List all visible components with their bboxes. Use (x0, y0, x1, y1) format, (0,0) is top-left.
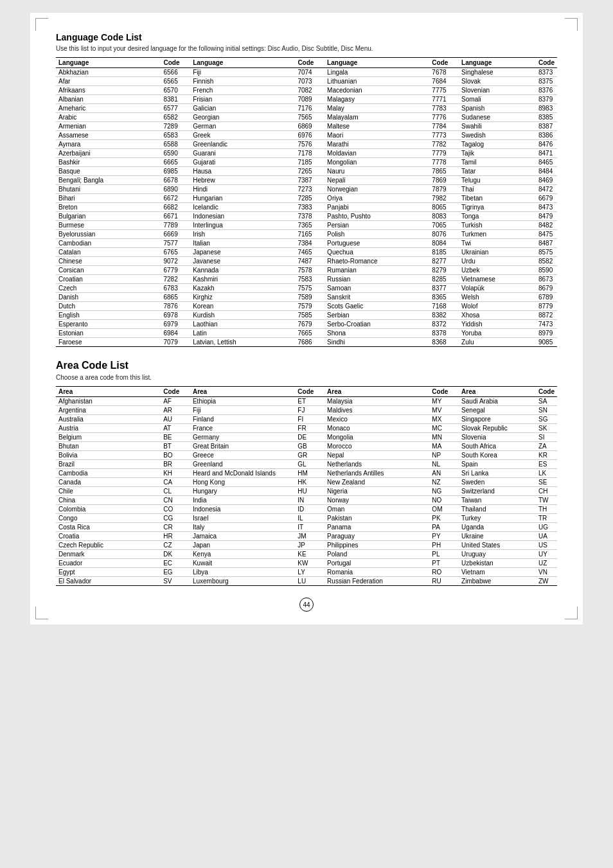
area-code: ET (295, 397, 324, 406)
table-row: BrazilBRGreenlandGLNetherlandsNLSpainES (56, 460, 557, 469)
area-code: EC (161, 559, 190, 568)
language-name: Spanish (459, 104, 536, 113)
table-row: Estonian6984Latin7665Shona8378Yoruba8979 (56, 329, 557, 338)
language-code: 8476 (536, 140, 557, 149)
language-name: Lingala (324, 68, 429, 77)
area-name: Sweden (459, 478, 536, 487)
language-code: 6682 (161, 203, 190, 212)
area-name: Australia (56, 415, 161, 424)
language-name: Slovenian (459, 86, 536, 95)
area-name: Austria (56, 424, 161, 433)
table-row: Cambodian7577Italian7384Portuguese8084Tw… (56, 239, 557, 248)
area-code: GR (295, 451, 324, 460)
language-name: Hausa (190, 167, 295, 176)
language-name: Malay (324, 104, 429, 113)
language-code: 7678 (429, 68, 459, 77)
language-name: Malagasy (324, 95, 429, 104)
language-name: Kurdish (190, 311, 295, 320)
language-code: 6979 (161, 320, 190, 329)
area-name: Hong Kong (190, 478, 295, 487)
language-code: 8484 (536, 167, 557, 176)
language-name: Greenlandic (190, 140, 295, 149)
language-name: Kirghiz (190, 293, 295, 302)
language-name: Albanian (56, 95, 161, 104)
table-row: Assamese6583Greek6976Maori7773Swedish838… (56, 131, 557, 140)
language-code: 7082 (295, 86, 324, 95)
table-row: Abkhazian6566Fiji7074Lingala7678Singhale… (56, 68, 557, 77)
area-code: NL (429, 460, 459, 469)
language-code: 6984 (161, 329, 190, 338)
area-name: Ethiopia (190, 397, 295, 406)
area-code: NG (429, 487, 459, 496)
area-code: LY (295, 568, 324, 577)
area-name: Costa Rica (56, 523, 161, 532)
table-row: AustriaATFranceFRMonacoMCSlovak Republic… (56, 424, 557, 433)
language-name: Georgian (190, 113, 295, 122)
language-code: 7577 (161, 239, 190, 248)
language-name: Cambodian (56, 239, 161, 248)
language-name: Esperanto (56, 320, 161, 329)
language-name: Byelorussian (56, 230, 161, 239)
language-code: 7982 (429, 194, 459, 203)
language-name: Rumanian (324, 266, 429, 275)
language-name: Twi (459, 239, 536, 248)
language-name: Afar (56, 77, 161, 86)
area-name: Jamaica (190, 532, 295, 541)
area-code: TW (536, 496, 557, 505)
language-code: 8983 (536, 104, 557, 113)
table-row: DenmarkDKKenyaKEPolandPLUruguayUY (56, 550, 557, 559)
language-name: Latin (190, 329, 295, 338)
language-code: 7783 (429, 104, 459, 113)
area-code: OM (429, 505, 459, 514)
language-name: Estonian (56, 329, 161, 338)
language-code: 7771 (429, 95, 459, 104)
page: Language Code List Use this list to inpu… (30, 13, 583, 624)
language-code: 8386 (536, 131, 557, 140)
language-name: Thai (459, 185, 536, 194)
area-name: El Salvador (56, 577, 161, 586)
language-code: 8487 (536, 239, 557, 248)
area-code: UY (536, 550, 557, 559)
area-name: Brazil (56, 460, 161, 469)
area-code: JP (295, 541, 324, 550)
language-name: Maori (324, 131, 429, 140)
area-name: China (56, 496, 161, 505)
language-name: Gujarati (190, 158, 295, 167)
area-code: KH (161, 469, 190, 478)
area-code: MV (429, 406, 459, 415)
area-name: Czech Republic (56, 541, 161, 550)
language-code: 8482 (536, 221, 557, 230)
language-code: 7779 (429, 149, 459, 158)
area-code: BO (161, 451, 190, 460)
area-code: AT (161, 424, 190, 433)
language-name: Finnish (190, 77, 295, 86)
language-name: Aymara (56, 140, 161, 149)
area-code: LK (536, 469, 557, 478)
area-name: Italy (190, 523, 295, 532)
language-name: Czech (56, 284, 161, 293)
language-code: 7176 (295, 104, 324, 113)
language-code: 7289 (161, 122, 190, 131)
language-name: Irish (190, 230, 295, 239)
area-name: Greece (190, 451, 295, 460)
area-code-col-header-1: Code (161, 387, 190, 397)
area-code: HU (295, 487, 324, 496)
language-name: Armenian (56, 122, 161, 131)
language-name: Volapük (459, 284, 536, 293)
area-code: GL (295, 460, 324, 469)
corner-mark-tr (565, 18, 578, 31)
area-code: PA (429, 523, 459, 532)
language-code: 6678 (161, 176, 190, 185)
language-name: Norwegian (324, 185, 429, 194)
area-code: NP (429, 451, 459, 460)
lang-col-header-1: Language (56, 58, 161, 68)
area-code: TR (536, 514, 557, 523)
area-table: Area Code Area Code Area Code Area Code … (56, 386, 557, 586)
language-name: Tajik (459, 149, 536, 158)
language-name: Italian (190, 239, 295, 248)
language-code: 6783 (161, 284, 190, 293)
language-code: 8381 (161, 95, 190, 104)
table-row: Czech RepublicCZJapanJPPhilippinesPHUnit… (56, 541, 557, 550)
language-name: Chinese (56, 257, 161, 266)
table-row: El SalvadorSVLuxembourgLURussian Federat… (56, 577, 557, 586)
